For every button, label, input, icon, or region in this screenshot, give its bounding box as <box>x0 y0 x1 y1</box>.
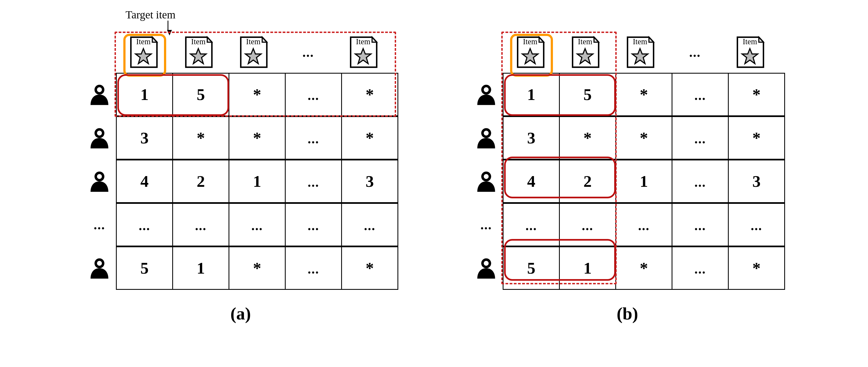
rating-value: ... <box>638 218 650 233</box>
item-icon <box>126 34 161 70</box>
item-header-a-2 <box>226 32 281 73</box>
rating-value: * <box>253 129 261 147</box>
rating-cell: 5 <box>560 73 616 116</box>
rating-cell: * <box>342 247 398 289</box>
rating-cell: ... <box>672 160 728 203</box>
rating-cell: * <box>342 117 398 159</box>
table-zone-b: ... 15*...*3**...*421...3...............… <box>470 32 785 290</box>
ellipsis-text: ... <box>689 45 701 60</box>
header-row-b: ... <box>470 32 785 73</box>
rating-cell: * <box>229 247 285 289</box>
rating-cell: 2 <box>560 160 616 203</box>
caption-b: (b) <box>470 304 785 324</box>
user-cell: ... <box>470 204 503 245</box>
rating-value: 4 <box>527 172 535 190</box>
item-icon <box>345 34 381 70</box>
rating-value: ... <box>308 218 319 233</box>
user-cell <box>470 161 503 202</box>
rating-cell: 2 <box>173 160 229 203</box>
rating-cell: 4 <box>117 160 173 203</box>
user-icon <box>87 82 112 108</box>
rating-cell: * <box>616 73 672 116</box>
table-zone-a: ... 15*...*3**...*421...3...............… <box>83 32 398 290</box>
rating-value: * <box>253 86 261 103</box>
rating-value: 1 <box>527 86 535 103</box>
rating-value: ... <box>694 88 706 103</box>
rating-value: 5 <box>583 86 592 103</box>
diagram-wrap: Target item ... <box>11 11 857 324</box>
rating-cell: ... <box>728 204 785 246</box>
rating-cell: ... <box>173 204 229 246</box>
rating-value: ... <box>308 262 319 276</box>
rating-value: * <box>640 259 648 277</box>
rating-cell: ... <box>285 117 342 159</box>
rating-cell: 1 <box>616 160 672 203</box>
item-icon <box>622 34 658 70</box>
user-icon <box>87 255 112 281</box>
table-row: 3**...* <box>83 116 398 160</box>
rating-cell: 5 <box>173 73 229 116</box>
rating-value: 1 <box>253 172 261 190</box>
rating-cell: 1 <box>117 73 173 116</box>
user-icon <box>474 255 499 281</box>
table-row: 3**...* <box>470 116 785 160</box>
rating-value: ... <box>308 88 319 103</box>
rating-cell: ... <box>285 73 342 116</box>
table-row: 421...3 <box>470 160 785 203</box>
rating-value: ... <box>308 175 319 189</box>
user-cell <box>83 161 116 202</box>
rating-value: 3 <box>366 172 374 190</box>
rating-cell: * <box>229 73 285 116</box>
rating-cell: 3 <box>728 160 785 203</box>
user-icon <box>87 125 112 151</box>
rating-cell: * <box>229 117 285 159</box>
table-row: 15*...* <box>83 73 398 116</box>
rating-value: * <box>253 259 261 277</box>
table-row: 15*...* <box>470 73 785 116</box>
rating-cell: ... <box>342 204 398 246</box>
user-icon <box>474 82 499 108</box>
rating-value: ... <box>195 218 207 233</box>
user-cell <box>83 247 116 289</box>
panel-a: Target item ... <box>83 11 398 324</box>
rating-value: ... <box>308 131 319 146</box>
ellipsis-text: ... <box>480 217 492 233</box>
rating-cell: ... <box>285 160 342 203</box>
item-header-a-n <box>336 32 391 73</box>
item-icon <box>512 34 548 70</box>
rating-cell: ... <box>285 204 342 246</box>
table-row: .................. <box>470 203 785 246</box>
rating-cell: * <box>173 117 229 159</box>
rating-cell: 1 <box>503 73 560 116</box>
rating-value: 1 <box>583 259 592 277</box>
item-icon <box>732 34 768 70</box>
rating-cell: 5 <box>117 247 173 289</box>
rating-value: 5 <box>141 259 149 277</box>
rating-cell: * <box>616 117 672 159</box>
rating-value: * <box>752 259 761 277</box>
item-header-b-2 <box>613 32 668 73</box>
ellipsis-text: ... <box>94 217 105 233</box>
rating-value: ... <box>582 218 593 233</box>
rating-cell: ... <box>229 204 285 246</box>
rating-value: ... <box>139 218 150 233</box>
rating-value: 5 <box>527 259 535 277</box>
item-icon <box>236 34 271 70</box>
rating-value: * <box>752 129 761 147</box>
rating-value: * <box>366 86 374 103</box>
rating-cell: ... <box>672 247 728 289</box>
item-header-b-0 <box>503 32 558 73</box>
ellipsis-text: ... <box>303 45 314 60</box>
item-icon <box>567 34 603 70</box>
rating-cell: 5 <box>503 247 560 289</box>
user-icon <box>474 125 499 151</box>
rating-value: * <box>366 129 374 147</box>
table-row: 51*...* <box>470 246 785 290</box>
table-row: .................. <box>83 203 398 246</box>
rating-value: * <box>197 129 205 147</box>
rating-cell: * <box>342 73 398 116</box>
rating-value: * <box>640 86 648 103</box>
target-item-label: Target item <box>126 8 176 21</box>
rating-cell: * <box>728 73 785 116</box>
rating-cell: ... <box>672 73 728 116</box>
